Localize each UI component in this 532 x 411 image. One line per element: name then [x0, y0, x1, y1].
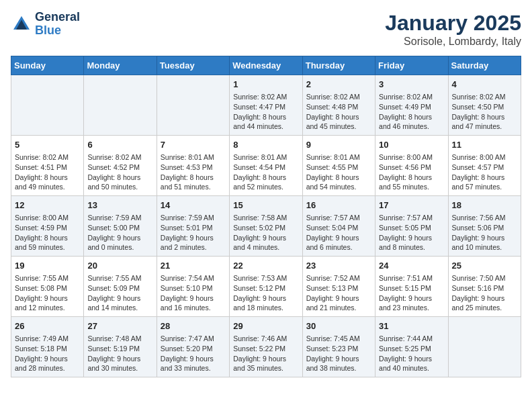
- logo-line2: Blue: [35, 24, 80, 38]
- weekday-header-wednesday: Wednesday: [230, 56, 302, 75]
- calendar-cell: 4Sunrise: 8:02 AM Sunset: 4:50 PM Daylig…: [448, 75, 521, 136]
- calendar-cell: 12Sunrise: 8:00 AM Sunset: 4:59 PM Dayli…: [11, 196, 84, 257]
- calendar-week-row: 19Sunrise: 7:55 AM Sunset: 5:08 PM Dayli…: [11, 257, 521, 317]
- day-info: Sunrise: 7:54 AM Sunset: 5:10 PM Dayligh…: [161, 273, 226, 313]
- day-number: 6: [87, 139, 152, 151]
- calendar-cell: 11Sunrise: 8:00 AM Sunset: 4:57 PM Dayli…: [448, 136, 521, 196]
- calendar-cell: 9Sunrise: 8:01 AM Sunset: 4:55 PM Daylig…: [302, 136, 375, 196]
- calendar-subtitle: Sorisole, Lombardy, Italy: [385, 36, 521, 48]
- day-number: 3: [379, 79, 444, 91]
- calendar-cell: 5Sunrise: 8:02 AM Sunset: 4:51 PM Daylig…: [11, 136, 84, 196]
- logo-icon: [11, 13, 32, 35]
- day-info: Sunrise: 7:56 AM Sunset: 5:06 PM Dayligh…: [452, 213, 517, 253]
- logo: General Blue: [11, 11, 80, 38]
- calendar-week-row: 12Sunrise: 8:00 AM Sunset: 4:59 PM Dayli…: [11, 196, 521, 257]
- day-number: 31: [379, 320, 444, 332]
- weekday-header-friday: Friday: [375, 56, 448, 75]
- day-info: Sunrise: 7:55 AM Sunset: 5:08 PM Dayligh…: [15, 273, 80, 313]
- day-number: 29: [233, 320, 298, 332]
- day-info: Sunrise: 8:01 AM Sunset: 4:55 PM Dayligh…: [306, 152, 371, 192]
- calendar-cell: 20Sunrise: 7:55 AM Sunset: 5:09 PM Dayli…: [84, 257, 157, 317]
- calendar-cell: 16Sunrise: 7:57 AM Sunset: 5:04 PM Dayli…: [302, 196, 375, 257]
- day-info: Sunrise: 7:59 AM Sunset: 5:01 PM Dayligh…: [161, 213, 226, 253]
- calendar-table: SundayMondayTuesdayWednesdayThursdayFrid…: [11, 56, 521, 377]
- calendar-cell: [11, 75, 84, 136]
- day-number: 2: [306, 79, 371, 91]
- day-number: 20: [87, 260, 152, 272]
- day-number: 13: [87, 199, 152, 212]
- day-number: 21: [161, 260, 226, 272]
- weekday-header-tuesday: Tuesday: [157, 56, 229, 75]
- calendar-week-row: 1Sunrise: 8:02 AM Sunset: 4:47 PM Daylig…: [11, 75, 521, 136]
- calendar-cell: 14Sunrise: 7:59 AM Sunset: 5:01 PM Dayli…: [157, 196, 229, 257]
- day-info: Sunrise: 7:50 AM Sunset: 5:16 PM Dayligh…: [452, 273, 517, 313]
- calendar-cell: 10Sunrise: 8:00 AM Sunset: 4:56 PM Dayli…: [375, 136, 448, 196]
- calendar-cell: [157, 75, 229, 136]
- day-info: Sunrise: 8:01 AM Sunset: 4:54 PM Dayligh…: [233, 152, 298, 192]
- day-info: Sunrise: 7:48 AM Sunset: 5:19 PM Dayligh…: [87, 334, 152, 373]
- calendar-cell: 15Sunrise: 7:58 AM Sunset: 5:02 PM Dayli…: [230, 196, 302, 257]
- day-number: 16: [306, 199, 371, 212]
- day-number: 7: [161, 139, 226, 151]
- day-info: Sunrise: 8:00 AM Sunset: 4:56 PM Dayligh…: [379, 152, 444, 192]
- day-number: 15: [233, 199, 298, 212]
- day-number: 18: [452, 199, 517, 212]
- day-number: 22: [233, 260, 298, 272]
- calendar-cell: 1Sunrise: 8:02 AM Sunset: 4:47 PM Daylig…: [230, 75, 302, 136]
- day-number: 9: [306, 139, 371, 151]
- day-info: Sunrise: 8:00 AM Sunset: 4:59 PM Dayligh…: [15, 213, 80, 253]
- calendar-cell: 6Sunrise: 8:02 AM Sunset: 4:52 PM Daylig…: [84, 136, 157, 196]
- day-number: 28: [161, 320, 226, 332]
- calendar-week-row: 26Sunrise: 7:49 AM Sunset: 5:18 PM Dayli…: [11, 317, 521, 377]
- day-info: Sunrise: 8:01 AM Sunset: 4:53 PM Dayligh…: [161, 152, 226, 192]
- day-number: 11: [452, 139, 517, 151]
- calendar-cell: 3Sunrise: 8:02 AM Sunset: 4:49 PM Daylig…: [375, 75, 448, 136]
- weekday-header-row: SundayMondayTuesdayWednesdayThursdayFrid…: [11, 56, 521, 75]
- day-info: Sunrise: 7:44 AM Sunset: 5:25 PM Dayligh…: [379, 334, 444, 373]
- calendar-cell: 23Sunrise: 7:52 AM Sunset: 5:13 PM Dayli…: [302, 257, 375, 317]
- day-info: Sunrise: 8:02 AM Sunset: 4:52 PM Dayligh…: [87, 152, 152, 192]
- calendar-cell: [448, 317, 521, 377]
- calendar-cell: 28Sunrise: 7:47 AM Sunset: 5:20 PM Dayli…: [157, 317, 229, 377]
- day-number: 25: [452, 260, 517, 272]
- day-info: Sunrise: 7:46 AM Sunset: 5:22 PM Dayligh…: [233, 334, 298, 373]
- day-number: 8: [233, 139, 298, 151]
- calendar-title: January 2025: [385, 11, 521, 36]
- day-number: 27: [87, 320, 152, 332]
- day-number: 26: [15, 320, 80, 332]
- weekday-header-sunday: Sunday: [11, 56, 84, 75]
- title-block: January 2025 Sorisole, Lombardy, Italy: [385, 11, 521, 48]
- day-info: Sunrise: 8:02 AM Sunset: 4:50 PM Dayligh…: [452, 92, 517, 132]
- calendar-week-row: 5Sunrise: 8:02 AM Sunset: 4:51 PM Daylig…: [11, 136, 521, 196]
- day-info: Sunrise: 8:02 AM Sunset: 4:49 PM Dayligh…: [379, 92, 444, 132]
- weekday-header-saturday: Saturday: [448, 56, 521, 75]
- day-number: 4: [452, 79, 517, 91]
- day-number: 17: [379, 199, 444, 212]
- day-number: 5: [15, 139, 80, 151]
- calendar-cell: 25Sunrise: 7:50 AM Sunset: 5:16 PM Dayli…: [448, 257, 521, 317]
- day-info: Sunrise: 8:02 AM Sunset: 4:48 PM Dayligh…: [306, 92, 371, 132]
- calendar-cell: 2Sunrise: 8:02 AM Sunset: 4:48 PM Daylig…: [302, 75, 375, 136]
- calendar-cell: 7Sunrise: 8:01 AM Sunset: 4:53 PM Daylig…: [157, 136, 229, 196]
- day-info: Sunrise: 7:53 AM Sunset: 5:12 PM Dayligh…: [233, 273, 298, 313]
- day-number: 30: [306, 320, 371, 332]
- page-header: General Blue January 2025 Sorisole, Lomb…: [11, 11, 521, 48]
- day-info: Sunrise: 7:49 AM Sunset: 5:18 PM Dayligh…: [15, 334, 80, 373]
- day-info: Sunrise: 7:57 AM Sunset: 5:05 PM Dayligh…: [379, 213, 444, 253]
- day-info: Sunrise: 8:02 AM Sunset: 4:47 PM Dayligh…: [233, 92, 298, 132]
- calendar-cell: 8Sunrise: 8:01 AM Sunset: 4:54 PM Daylig…: [230, 136, 302, 196]
- day-info: Sunrise: 7:52 AM Sunset: 5:13 PM Dayligh…: [306, 273, 371, 313]
- weekday-header-monday: Monday: [84, 56, 157, 75]
- calendar-cell: 29Sunrise: 7:46 AM Sunset: 5:22 PM Dayli…: [230, 317, 302, 377]
- calendar-cell: 24Sunrise: 7:51 AM Sunset: 5:15 PM Dayli…: [375, 257, 448, 317]
- day-info: Sunrise: 7:59 AM Sunset: 5:00 PM Dayligh…: [87, 213, 152, 253]
- calendar-cell: 31Sunrise: 7:44 AM Sunset: 5:25 PM Dayli…: [375, 317, 448, 377]
- calendar-cell: 17Sunrise: 7:57 AM Sunset: 5:05 PM Dayli…: [375, 196, 448, 257]
- day-info: Sunrise: 7:55 AM Sunset: 5:09 PM Dayligh…: [87, 273, 152, 313]
- day-info: Sunrise: 8:00 AM Sunset: 4:57 PM Dayligh…: [452, 152, 517, 192]
- day-number: 14: [161, 199, 226, 212]
- calendar-cell: [84, 75, 157, 136]
- day-info: Sunrise: 7:57 AM Sunset: 5:04 PM Dayligh…: [306, 213, 371, 253]
- calendar-cell: 21Sunrise: 7:54 AM Sunset: 5:10 PM Dayli…: [157, 257, 229, 317]
- day-number: 19: [15, 260, 80, 272]
